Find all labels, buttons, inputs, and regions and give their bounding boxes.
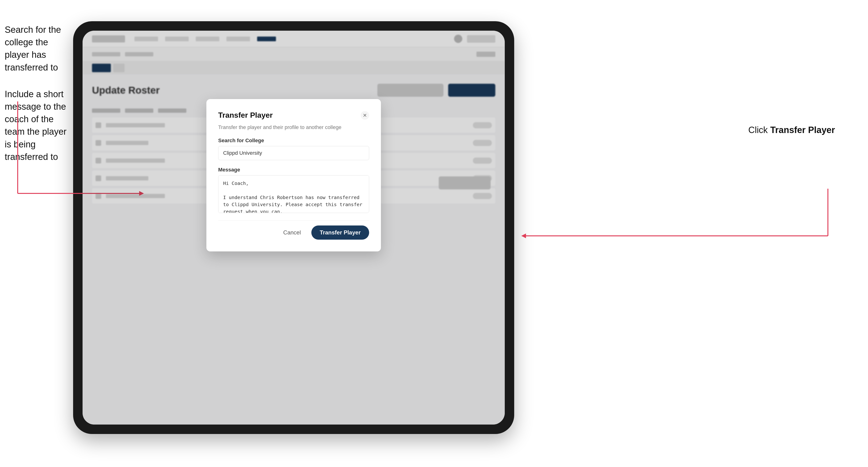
transfer-player-modal: Transfer Player × Transfer the player an… bbox=[206, 99, 381, 251]
modal-title: Transfer Player bbox=[218, 111, 273, 120]
left-annotations: Search for the college the player has tr… bbox=[5, 24, 71, 177]
svg-marker-6 bbox=[521, 234, 526, 238]
modal-overlay: Transfer Player × Transfer the player an… bbox=[83, 31, 505, 425]
annotation-message-text: Include a short message to the coach of … bbox=[5, 88, 71, 163]
modal-subtitle: Transfer the player and their profile to… bbox=[218, 124, 369, 130]
close-icon: × bbox=[363, 112, 367, 119]
cancel-button[interactable]: Cancel bbox=[278, 226, 307, 239]
annotation-search-text: Search for the college the player has tr… bbox=[5, 24, 71, 74]
search-college-group: Search for College bbox=[218, 137, 369, 160]
tablet-screen: Update Roster bbox=[83, 31, 505, 425]
annotation-transfer-player-text: Transfer Player bbox=[770, 125, 835, 135]
search-college-input[interactable] bbox=[218, 146, 369, 160]
transfer-player-button[interactable]: Transfer Player bbox=[311, 225, 369, 240]
tablet-device: Update Roster bbox=[73, 21, 514, 434]
message-label: Message bbox=[218, 167, 369, 173]
right-annotation: Click Transfer Player bbox=[748, 125, 835, 135]
search-college-label: Search for College bbox=[218, 137, 369, 144]
annotation-click-prefix: Click bbox=[748, 125, 770, 135]
modal-footer: Cancel Transfer Player bbox=[218, 220, 369, 240]
modal-close-button[interactable]: × bbox=[361, 111, 369, 120]
modal-header: Transfer Player × bbox=[218, 111, 369, 120]
message-group: Message bbox=[218, 167, 369, 214]
message-textarea[interactable] bbox=[218, 175, 369, 213]
